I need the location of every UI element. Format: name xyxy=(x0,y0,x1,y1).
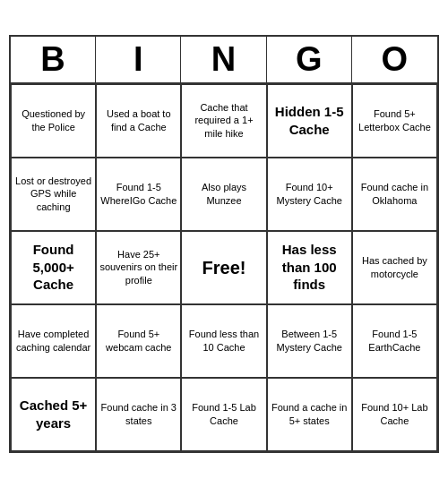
bingo-cell-21: Found cache in 3 states xyxy=(96,378,181,451)
bingo-cell-13: Has less than 100 finds xyxy=(267,231,352,304)
bingo-letter-o: O xyxy=(352,37,437,84)
bingo-cell-2: Cache that required a 1+ mile hike xyxy=(181,84,266,158)
bingo-cell-11: Have 25+ souvenirs on their profile xyxy=(96,231,181,304)
bingo-card: BINGO Questioned by the PoliceUsed a boa… xyxy=(9,35,439,453)
bingo-cell-22: Found 1-5 Lab Cache xyxy=(181,378,266,451)
bingo-cell-23: Found a cache in 5+ states xyxy=(267,378,352,451)
bingo-cell-6: Found 1-5 WhereIGo Cache xyxy=(96,158,181,231)
bingo-grid: Questioned by the PoliceUsed a boat to f… xyxy=(11,84,437,451)
bingo-cell-20: Cached 5+ years xyxy=(11,378,96,451)
bingo-cell-14: Has cached by motorcycle xyxy=(352,231,437,304)
bingo-cell-12: Free! xyxy=(181,231,266,304)
bingo-cell-5: Lost or destroyed GPS while caching xyxy=(11,158,96,231)
bingo-cell-19: Found 1-5 EarthCache xyxy=(352,304,437,378)
bingo-cell-3: Hidden 1-5 Cache xyxy=(267,84,352,158)
bingo-cell-9: Found cache in Oklahoma xyxy=(352,158,437,231)
bingo-header: BINGO xyxy=(11,37,437,84)
bingo-letter-i: I xyxy=(96,37,181,84)
bingo-letter-g: G xyxy=(267,37,352,84)
bingo-cell-24: Found 10+ Lab Cache xyxy=(352,378,437,451)
bingo-cell-7: Also plays Munzee xyxy=(181,158,266,231)
bingo-letter-n: N xyxy=(181,37,266,84)
bingo-cell-18: Between 1-5 Mystery Cache xyxy=(267,304,352,378)
bingo-letter-b: B xyxy=(11,37,96,84)
bingo-cell-1: Used a boat to find a Cache xyxy=(96,84,181,158)
bingo-cell-10: Found 5,000+ Cache xyxy=(11,231,96,304)
bingo-cell-17: Found less than 10 Cache xyxy=(181,304,266,378)
bingo-cell-16: Found 5+ webcam cache xyxy=(96,304,181,378)
bingo-cell-4: Found 5+ Letterbox Cache xyxy=(352,84,437,158)
bingo-cell-0: Questioned by the Police xyxy=(11,84,96,158)
bingo-cell-8: Found 10+ Mystery Cache xyxy=(267,158,352,231)
bingo-cell-15: Have completed caching calendar xyxy=(11,304,96,378)
